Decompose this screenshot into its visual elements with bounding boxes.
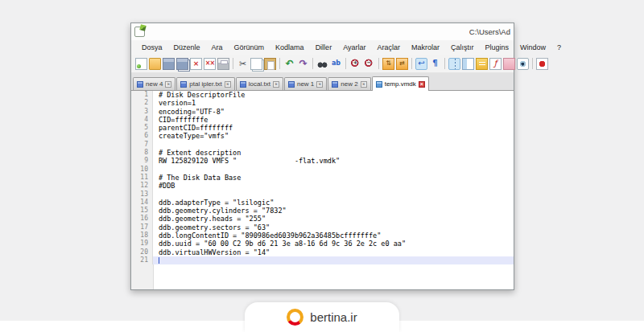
editor-line[interactable]: 11# The Disk Data Base xyxy=(131,174,514,182)
document-map-icon[interactable] xyxy=(462,58,474,70)
editor-empty-area[interactable] xyxy=(131,264,514,289)
line-text[interactable] xyxy=(153,166,514,174)
redo-icon[interactable] xyxy=(297,58,309,70)
line-text[interactable]: CID=fffffffe xyxy=(153,116,514,124)
editor-line[interactable]: 17ddb.geometry.sectors = "63" xyxy=(131,223,514,232)
close-all-icon[interactable] xyxy=(204,58,216,70)
replace-icon[interactable] xyxy=(330,58,342,70)
file-monitoring-icon[interactable] xyxy=(517,58,529,70)
line-text[interactable]: ddb.adapterType = "lsilogic" xyxy=(153,199,514,207)
line-text[interactable]: ddb.geometry.sectors = "63" xyxy=(153,223,514,232)
line-text[interactable]: ddb.uuid = "60 00 C2 9b d6 21 3e a8-16 6… xyxy=(153,240,514,248)
document-list-icon[interactable] xyxy=(476,58,488,70)
find-icon[interactable] xyxy=(316,58,328,70)
tab-label: local.txt xyxy=(249,80,270,88)
line-number: 11 xyxy=(131,174,153,182)
function-list-icon[interactable] xyxy=(489,58,502,70)
folder-as-workspace-icon[interactable] xyxy=(503,58,515,70)
menu-item-araclar[interactable]: Araçlar xyxy=(372,42,407,53)
toolbar-separator xyxy=(378,58,379,69)
tab-new-1[interactable]: new 1 × xyxy=(284,77,327,90)
line-text[interactable] xyxy=(153,141,514,149)
save-icon[interactable] xyxy=(163,58,175,70)
tab-local-txt[interactable]: local.txt × xyxy=(236,77,283,90)
line-text[interactable] xyxy=(153,191,514,199)
tab-close-icon[interactable]: × xyxy=(316,81,323,88)
editor-line[interactable]: 1# Disk DescriptorFile xyxy=(131,91,514,99)
editor-line[interactable]: 19ddb.uuid = "60 00 C2 9b d6 21 3e a8-16… xyxy=(131,240,514,248)
menu-item-calistir[interactable]: Çalıştır xyxy=(445,42,480,53)
editor-line[interactable]: 18ddb.longContentID = "890986ed6039b962a… xyxy=(131,232,514,240)
editor-line[interactable]: 12#DDB xyxy=(131,182,514,190)
menu-item-duzenle[interactable]: Düzenle xyxy=(168,42,206,53)
line-text[interactable]: ddb.geometry.cylinders = "7832" xyxy=(153,207,514,215)
line-text[interactable]: createType="vmfs" xyxy=(153,132,514,140)
line-text[interactable]: # Disk DescriptorFile xyxy=(153,91,514,99)
editor-line[interactable]: 3encoding="UTF-8" xyxy=(131,108,514,116)
undo-icon[interactable] xyxy=(283,58,295,70)
open-file-icon[interactable] xyxy=(149,58,161,70)
show-all-characters-icon[interactable] xyxy=(429,58,441,70)
line-text[interactable]: #DDB xyxy=(153,182,514,190)
menu-item-plugins[interactable]: Plugins xyxy=(480,42,515,53)
line-text[interactable]: ddb.longContentID = "890986ed6039b962a36… xyxy=(153,232,514,240)
print-icon[interactable] xyxy=(217,58,229,70)
line-text[interactable]: # Extent description xyxy=(153,149,514,157)
menu-item-ara[interactable]: Ara xyxy=(206,42,229,53)
close-file-icon[interactable] xyxy=(190,58,202,70)
editor-line[interactable]: 6createType="vmfs" xyxy=(131,132,514,140)
line-text[interactable]: version=1 xyxy=(153,99,514,107)
line-text[interactable]: ddb.virtualHWVersion = "14" xyxy=(153,248,514,256)
menu-item-gorunum[interactable]: Görünüm xyxy=(229,42,270,53)
new-file-icon[interactable] xyxy=(135,58,147,70)
line-number: 1 xyxy=(131,91,153,99)
menu-item-makrolar[interactable]: Makrolar xyxy=(406,42,445,53)
macro-record-icon[interactable] xyxy=(536,58,548,70)
menu-item-window[interactable]: Window xyxy=(514,42,551,53)
tab-close-icon[interactable]: × xyxy=(165,81,171,88)
word-wrap-icon[interactable] xyxy=(415,58,427,70)
editor-line[interactable]: 16ddb.geometry.heads = "255" xyxy=(131,215,514,223)
tab-close-icon[interactable]: × xyxy=(225,81,231,88)
paste-icon[interactable] xyxy=(264,58,276,70)
editor[interactable]: 1# Disk DescriptorFile 2version=1 3encod… xyxy=(131,91,514,289)
zoom-out-icon[interactable] xyxy=(363,58,375,70)
editor-line[interactable]: 5parentCID=ffffffff xyxy=(131,124,514,132)
tab-temp-vmdk[interactable]: temp.vmdk × xyxy=(372,76,429,91)
copy-icon[interactable] xyxy=(250,58,262,70)
editor-line[interactable]: 8# Extent description xyxy=(131,149,514,157)
editor-line[interactable]: 7 xyxy=(131,141,514,149)
zoom-in-icon[interactable] xyxy=(349,58,361,70)
line-text[interactable] xyxy=(153,256,514,264)
save-all-icon[interactable] xyxy=(176,58,188,70)
menu-item-help[interactable]: ? xyxy=(551,42,567,53)
sync-vertical-scroll-icon[interactable] xyxy=(382,58,394,70)
line-text[interactable]: parentCID=ffffffff xyxy=(153,124,514,132)
editor-line[interactable]: 15ddb.geometry.cylinders = "7832" xyxy=(131,207,514,215)
editor-line[interactable]: 10 xyxy=(131,166,514,174)
editor-line[interactable]: 20ddb.virtualHWVersion = "14" xyxy=(131,248,514,256)
tab-close-icon[interactable]: × xyxy=(361,81,367,88)
line-text[interactable]: encoding="UTF-8" xyxy=(153,108,514,116)
editor-line[interactable]: 9RW 125829120 VMFS " -flat.vmdk" xyxy=(131,157,514,165)
line-text[interactable]: RW 125829120 VMFS " -flat.vmdk" xyxy=(153,157,514,165)
menu-item-ayarlar[interactable]: Ayarlar xyxy=(337,42,371,53)
cut-icon[interactable] xyxy=(237,58,249,70)
editor-line[interactable]: 13 xyxy=(131,191,514,199)
editor-line-current[interactable]: 21 xyxy=(131,256,514,264)
menu-item-diller[interactable]: Diller xyxy=(310,42,338,53)
menu-item-dosya[interactable]: Dosya xyxy=(136,42,168,53)
editor-line[interactable]: 14ddb.adapterType = "lsilogic" xyxy=(131,199,514,207)
indent-guide-icon[interactable] xyxy=(448,58,460,70)
line-text[interactable]: ddb.geometry.heads = "255" xyxy=(153,215,514,223)
tab-new-2[interactable]: new 2 × xyxy=(328,77,370,90)
tab-ptal-ipler[interactable]: ptal ipler.txt × xyxy=(176,77,234,90)
menu-item-kodlama[interactable]: Kodlama xyxy=(270,42,310,53)
editor-line[interactable]: 2version=1 xyxy=(131,99,514,107)
tab-new-4[interactable]: new 4 × xyxy=(133,77,175,90)
tab-close-icon[interactable]: × xyxy=(273,81,279,88)
editor-line[interactable]: 4CID=fffffffe xyxy=(131,116,514,124)
line-text[interactable]: # The Disk Data Base xyxy=(153,174,514,182)
tab-close-icon[interactable]: × xyxy=(419,81,425,88)
sync-horizontal-scroll-icon[interactable] xyxy=(396,58,408,70)
